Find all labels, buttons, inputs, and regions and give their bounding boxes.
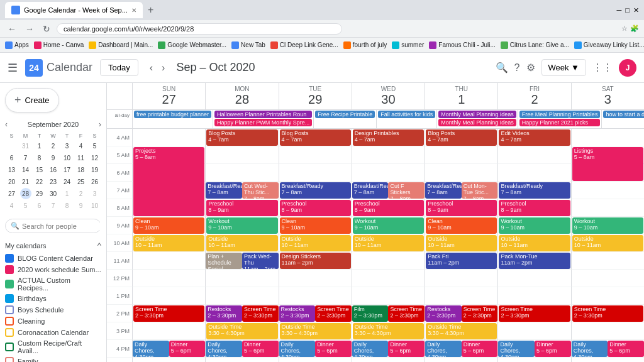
mini-cal-day[interactable]: 26 xyxy=(89,176,101,187)
mini-cal-day[interactable]: 6 xyxy=(34,200,45,211)
event-block[interactable]: Dinner 5 – 6pm xyxy=(388,341,425,357)
hour-cell[interactable] xyxy=(497,287,570,305)
hour-cell[interactable]: Daily Chores, 4:30pmDinner 5 – 6pm xyxy=(132,340,205,358)
mini-cal-day[interactable]: 24 xyxy=(62,176,73,187)
hour-cell[interactable]: Outside 10 – 11am xyxy=(279,234,352,252)
hour-cell[interactable] xyxy=(571,322,644,340)
event-block[interactable]: Cut F Stickers 7 – 8am xyxy=(388,182,425,199)
event-block[interactable]: Workout 9 – 10am xyxy=(572,217,643,234)
hour-cell[interactable]: Restocks 2 – 3:30pmScreen Time 2 – 3:30p… xyxy=(425,305,497,322)
forward-btn[interactable]: → xyxy=(23,23,36,35)
hour-cell[interactable]: Preschool 8 – 9am xyxy=(352,199,425,217)
bookmark-item[interactable]: Home - Canva xyxy=(34,41,84,49)
event-block[interactable]: Breakfast/Ready 7 – 8am xyxy=(425,182,462,199)
hour-cell[interactable] xyxy=(425,270,497,287)
mini-cal-day[interactable]: 19 xyxy=(89,164,101,175)
week-selector[interactable]: Week ▼ xyxy=(541,59,586,76)
mini-cal-day[interactable]: 29 xyxy=(34,188,45,199)
hour-cell[interactable]: Restocks 2 – 3:30pmScreen Time 2 – 3:30p… xyxy=(279,305,352,322)
event-block[interactable]: Daily Chores, 4:30pm xyxy=(133,341,169,357)
hour-cell[interactable]: Blog Posts 4 – 7am xyxy=(279,129,352,146)
event-block[interactable]: Clean 9 – 10am xyxy=(426,217,497,234)
event-block[interactable]: Breakfast/Ready 7 – 8am xyxy=(206,182,242,199)
event-block[interactable]: Outside 10 – 11am xyxy=(426,235,497,251)
bookmark-item[interactable]: Citrus Lane: Give a... xyxy=(501,41,569,49)
mini-cal-day[interactable]: 11 xyxy=(75,152,87,163)
hour-cell[interactable] xyxy=(352,358,425,362)
bookmark-item[interactable]: fourth of july xyxy=(343,41,387,49)
hour-cell[interactable]: Blog Posts 4 – 7am xyxy=(425,129,497,146)
event-block[interactable]: Blog Posts 4 – 7am xyxy=(206,129,277,146)
mini-cal-day[interactable]: 21 xyxy=(20,176,31,187)
hour-cell[interactable]: Breakfast/Ready 7 – 8amCut Mon-Tue Stic.… xyxy=(425,182,497,199)
hour-cell[interactable]: Outside 10 – 11am xyxy=(132,234,205,252)
search-people-input[interactable] xyxy=(22,222,107,230)
hour-cell[interactable]: Daily Chores, 4:30pmDinner 5 – 6pm xyxy=(425,340,497,358)
mini-cal-day[interactable]: 30 xyxy=(48,188,59,199)
hour-cell[interactable] xyxy=(571,252,644,270)
bookmark-item[interactable]: Cl Deep Link Gene... xyxy=(270,41,338,49)
bookmark-item[interactable]: Giveaway Linky List... xyxy=(574,41,644,49)
mini-cal-day[interactable]: 9 xyxy=(48,152,59,163)
calendar-item[interactable]: Birthdays xyxy=(5,293,101,304)
hour-cell[interactable] xyxy=(571,182,644,199)
hour-cell[interactable]: Restocks 2 – 3:30pmScreen Time 2 – 3:30p… xyxy=(205,305,278,322)
mini-cal-day[interactable]: 7 xyxy=(20,152,31,163)
hour-cell[interactable]: Outside Time 3:30 – 4:30pm xyxy=(425,322,497,340)
event-block[interactable]: Screen Time 2 – 3:30pm xyxy=(572,305,643,322)
hour-cell[interactable] xyxy=(279,164,352,182)
mini-cal-day[interactable]: 8 xyxy=(62,200,73,211)
bookmark-item[interactable]: Apps xyxy=(5,41,29,49)
mini-cal-day[interactable]: 12 xyxy=(89,152,101,163)
event-block[interactable]: Breakfast/Ready 7 – 8am xyxy=(280,182,351,199)
event-block[interactable]: Clean 9 – 10am xyxy=(133,217,204,234)
hour-cell[interactable]: Clean 9 – 10am xyxy=(279,217,352,234)
mini-cal-day[interactable]: 5 xyxy=(20,200,31,211)
mini-cal-day[interactable] xyxy=(6,140,18,151)
mini-cal-day[interactable]: 9 xyxy=(75,200,87,211)
mini-cal-day[interactable]: 31 xyxy=(20,140,31,151)
mini-cal-day[interactable]: 18 xyxy=(75,164,87,175)
hour-cell[interactable] xyxy=(497,358,570,362)
event-block[interactable]: Outside 10 – 11am xyxy=(353,235,424,251)
event-block[interactable]: Screen Time 2 – 3:30pm xyxy=(315,305,352,322)
calendar-item[interactable]: Family xyxy=(5,356,101,362)
hour-cell[interactable] xyxy=(571,358,644,362)
hour-cell[interactable]: Breakfast/Ready 7 – 8am xyxy=(497,182,570,199)
hour-cell[interactable]: Preschool 8 – 9am xyxy=(279,199,352,217)
hour-cell[interactable]: Screen Time 2 – 3:30pm xyxy=(571,305,644,322)
hour-cell[interactable] xyxy=(132,358,205,362)
hour-cell[interactable]: Outside 10 – 11am xyxy=(497,234,570,252)
hour-cell[interactable]: Outside 10 – 11am xyxy=(425,234,497,252)
calendar-item[interactable]: Boys Schedule xyxy=(5,304,101,315)
collapse-my-cals[interactable]: ^ xyxy=(97,241,101,250)
hour-cell[interactable]: Clean 9 – 10am xyxy=(425,217,497,234)
day-number[interactable]: 30 xyxy=(353,92,423,107)
hour-cell[interactable] xyxy=(279,358,352,362)
event-block[interactable]: Dinner 5 – 6pm xyxy=(242,341,279,357)
hour-cell[interactable] xyxy=(279,287,352,305)
event-block[interactable]: Pack Wed-Thu 11am – 2pm xyxy=(242,253,279,269)
mini-cal-day[interactable]: 25 xyxy=(75,176,87,187)
event-block[interactable]: Preschool 8 – 9am xyxy=(280,200,351,216)
event-block[interactable]: Dinner 5 – 6pm xyxy=(535,341,571,357)
hour-cell[interactable]: Breakfast/Ready 7 – 8amCut F Stickers 7 … xyxy=(352,182,425,199)
hour-cell[interactable]: Breakfast/Ready 7 – 8amCut Wed-Thu Stic.… xyxy=(205,182,278,199)
event-block[interactable]: Preschool 8 – 9am xyxy=(206,200,277,216)
mini-cal-day[interactable]: 4 xyxy=(6,200,18,211)
hour-cell[interactable]: Screen Time 2 – 3:30pm xyxy=(132,305,205,322)
mini-cal-day[interactable]: 3 xyxy=(89,188,101,199)
day-number[interactable]: 28 xyxy=(207,92,277,107)
event-block[interactable]: Restocks 2 – 3:30pm xyxy=(425,305,462,322)
hour-cell[interactable]: Preschool 8 – 9am xyxy=(425,199,497,217)
hour-cell[interactable] xyxy=(205,146,278,164)
hour-cell[interactable]: Design Printables 4 – 7am xyxy=(352,129,425,146)
hour-cell[interactable] xyxy=(132,287,205,305)
mini-cal-next[interactable]: › xyxy=(99,120,101,129)
bookmark-item[interactable]: New Tab xyxy=(231,41,265,49)
calendar-item[interactable]: BLOG Content Calendar xyxy=(5,253,101,264)
bookmark-item[interactable]: summer xyxy=(392,41,424,49)
hour-cell[interactable]: Projects 5 – 8am xyxy=(132,146,205,164)
hour-cell[interactable] xyxy=(425,164,497,182)
hour-cell[interactable]: Clean 9 – 10am xyxy=(132,217,205,234)
